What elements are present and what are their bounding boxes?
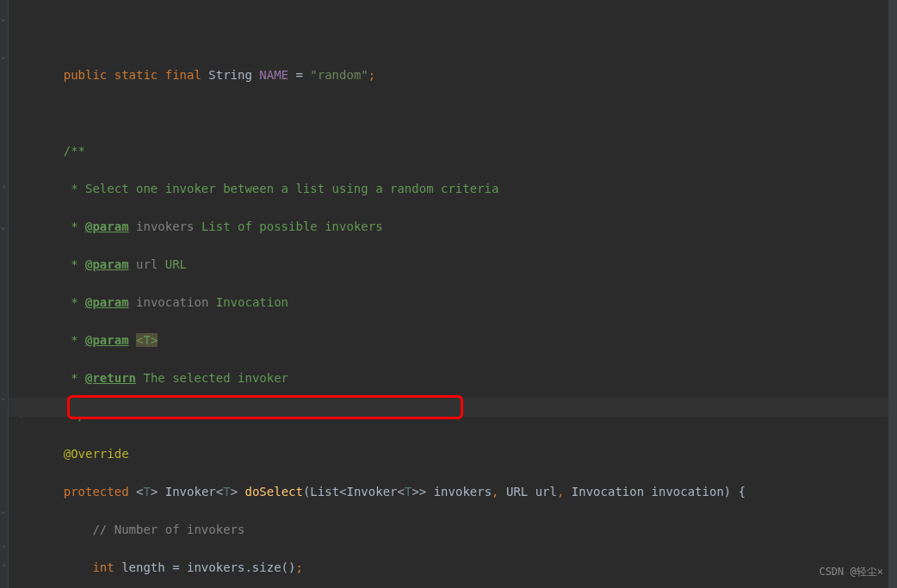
scrollbar[interactable]	[888, 0, 897, 588]
method-name: doSelect	[244, 485, 302, 498]
code-editor[interactable]: ⌄ ⌄ ⌃ ⌄ ⌄ ⌄ ⌃ ⌃ 💡 public static final St…	[0, 0, 897, 588]
javadoc: /**	[34, 141, 897, 160]
keyword: public static final	[64, 68, 209, 82]
watermark: CSDN @轻尘×	[819, 565, 883, 579]
return-tag: @return	[85, 371, 136, 385]
editor-gutter: ⌄ ⌄ ⌃ ⌄ ⌄ ⌄ ⌃ ⌃	[0, 0, 9, 588]
override-annotation: @Override	[64, 447, 129, 461]
param-tag: @param	[85, 220, 129, 233]
code-content[interactable]: public static final String NAME = "rando…	[9, 0, 897, 588]
comment: // Number of invokers	[92, 523, 244, 536]
